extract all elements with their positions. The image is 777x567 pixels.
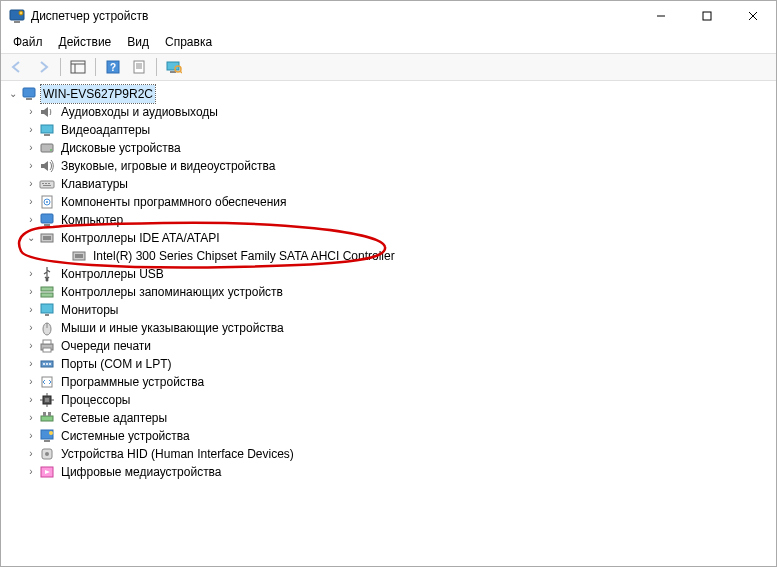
svg-rect-62 [43, 412, 46, 416]
chevron-right-icon[interactable]: › [23, 103, 39, 119]
svg-rect-34 [41, 214, 53, 223]
svg-rect-21 [26, 98, 32, 100]
tree-root-label[interactable]: WIN-EVS627P9R2C [41, 85, 155, 103]
chevron-right-icon[interactable]: › [23, 463, 39, 479]
device-row[interactable]: Intel(R) 300 Series Chipset Family SATA … [3, 247, 774, 265]
category-label[interactable]: Сетевые адаптеры [59, 409, 169, 427]
category-row[interactable]: ›Программные устройства [3, 373, 774, 391]
category-row[interactable]: ›Мониторы [3, 301, 774, 319]
chevron-right-icon[interactable]: › [23, 409, 39, 425]
category-label[interactable]: Клавиатуры [59, 175, 130, 193]
chevron-right-icon[interactable]: › [23, 283, 39, 299]
chevron-right-icon[interactable]: › [23, 373, 39, 389]
chevron-down-icon[interactable]: ⌄ [5, 85, 21, 101]
tree-root-row[interactable]: ⌄ WIN-EVS627P9R2C [3, 85, 774, 103]
device-label[interactable]: Intel(R) 300 Series Chipset Family SATA … [91, 247, 397, 265]
category-label[interactable]: Программные устройства [59, 373, 206, 391]
forward-button[interactable] [31, 56, 55, 78]
category-label[interactable]: Контроллеры запоминающих устройств [59, 283, 285, 301]
help-button[interactable]: ? [101, 56, 125, 78]
category-label[interactable]: Системные устройства [59, 427, 192, 445]
menu-action[interactable]: Действие [51, 33, 120, 51]
svg-rect-12 [134, 61, 144, 73]
category-row[interactable]: ›Мыши и иные указывающие устройства [3, 319, 774, 337]
category-label[interactable]: Компоненты программного обеспечения [59, 193, 289, 211]
chevron-right-icon[interactable]: › [23, 139, 39, 155]
close-button[interactable] [730, 1, 776, 31]
category-row[interactable]: ›Видеоадаптеры [3, 121, 774, 139]
menu-file[interactable]: Файл [5, 33, 51, 51]
ide-item-icon [71, 248, 87, 264]
chevron-right-icon[interactable]: › [23, 337, 39, 353]
category-label[interactable]: Очереди печати [59, 337, 153, 355]
category-row[interactable]: ›Компьютер [3, 211, 774, 229]
category-label[interactable]: Цифровые медиаустройства [59, 463, 224, 481]
svg-point-68 [45, 452, 49, 456]
ide-icon [39, 230, 55, 246]
maximize-button[interactable] [684, 1, 730, 31]
category-label[interactable]: Мыши и иные указывающие устройства [59, 319, 286, 337]
hid-icon [39, 446, 55, 462]
chevron-right-icon[interactable]: › [23, 175, 39, 191]
system-icon [39, 428, 55, 444]
menubar: Файл Действие Вид Справка [1, 31, 776, 53]
minimize-button[interactable] [638, 1, 684, 31]
svg-rect-29 [48, 183, 50, 184]
show-hidden-button[interactable] [66, 56, 90, 78]
svg-rect-49 [43, 348, 51, 352]
svg-rect-61 [41, 416, 53, 421]
chevron-right-icon[interactable]: › [23, 355, 39, 371]
menu-view[interactable]: Вид [119, 33, 157, 51]
menu-help[interactable]: Справка [157, 33, 220, 51]
category-label[interactable]: Устройства HID (Human Interface Devices) [59, 445, 296, 463]
toolbar-separator [60, 58, 61, 76]
category-label[interactable]: Дисковые устройства [59, 139, 183, 157]
scan-hardware-button[interactable] [162, 56, 186, 78]
device-tree[interactable]: ⌄ WIN-EVS627P9R2C ›Аудиовходы и аудиовых… [1, 81, 776, 561]
chevron-right-icon[interactable]: › [23, 445, 39, 461]
category-label[interactable]: Аудиовходы и аудиовыходы [59, 103, 220, 121]
svg-rect-7 [71, 61, 85, 73]
sound-icon [39, 158, 55, 174]
back-button[interactable] [5, 56, 29, 78]
category-row[interactable]: ›Очереди печати [3, 337, 774, 355]
chevron-right-icon[interactable]: › [23, 121, 39, 137]
category-label[interactable]: Контроллеры IDE ATA/ATAPI [59, 229, 222, 247]
port-icon [39, 356, 55, 372]
chevron-right-icon[interactable]: › [23, 391, 39, 407]
category-row[interactable]: ›Сетевые адаптеры [3, 409, 774, 427]
chevron-right-icon[interactable]: › [23, 193, 39, 209]
chevron-right-icon[interactable]: › [23, 265, 39, 281]
category-row[interactable]: ›Процессоры [3, 391, 774, 409]
category-row[interactable]: ⌄Контроллеры IDE ATA/ATAPI [3, 229, 774, 247]
chevron-right-icon[interactable]: › [23, 301, 39, 317]
category-label[interactable]: Компьютер [59, 211, 125, 229]
category-row[interactable]: ›Цифровые медиаустройства [3, 463, 774, 481]
category-label[interactable]: Видеоадаптеры [59, 121, 152, 139]
chevron-right-icon[interactable]: › [23, 157, 39, 173]
category-row[interactable]: ›Аудиовходы и аудиовыходы [3, 103, 774, 121]
chevron-right-icon[interactable]: › [23, 211, 39, 227]
category-row[interactable]: ›Устройства HID (Human Interface Devices… [3, 445, 774, 463]
speaker-icon [39, 104, 55, 120]
category-row[interactable]: ›Системные устройства [3, 427, 774, 445]
category-label[interactable]: Порты (COM и LPT) [59, 355, 174, 373]
storage-ctrl-icon [39, 284, 55, 300]
chevron-right-icon[interactable]: › [23, 319, 39, 335]
category-row[interactable]: ›Контроллеры запоминающих устройств [3, 283, 774, 301]
category-row[interactable]: ›Компоненты программного обеспечения [3, 193, 774, 211]
category-label[interactable]: Процессоры [59, 391, 133, 409]
category-row[interactable]: ›Клавиатуры [3, 175, 774, 193]
category-row[interactable]: ›Контроллеры USB [3, 265, 774, 283]
svg-rect-1 [14, 21, 20, 23]
svg-point-53 [49, 363, 51, 365]
category-row[interactable]: ›Дисковые устройства [3, 139, 774, 157]
category-label[interactable]: Звуковые, игровые и видеоустройства [59, 157, 277, 175]
chevron-down-icon[interactable]: ⌄ [23, 229, 39, 245]
category-row[interactable]: ›Звуковые, игровые и видеоустройства [3, 157, 774, 175]
category-row[interactable]: ›Порты (COM и LPT) [3, 355, 774, 373]
chevron-right-icon[interactable]: › [23, 427, 39, 443]
properties-button[interactable] [127, 56, 151, 78]
category-label[interactable]: Мониторы [59, 301, 120, 319]
category-label[interactable]: Контроллеры USB [59, 265, 166, 283]
